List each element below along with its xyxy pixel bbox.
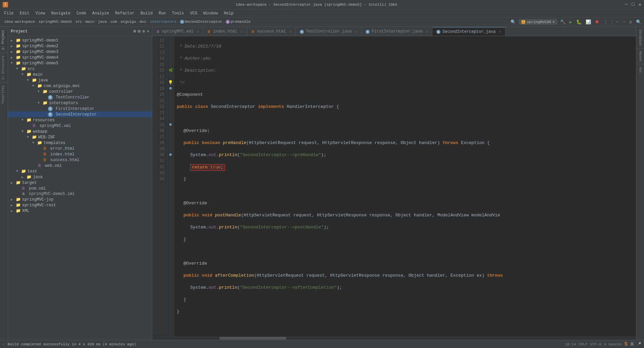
project-panel-label[interactable]: 1: Project xyxy=(0,27,8,53)
tree-item-testcontroller[interactable]: ▶ C TestController xyxy=(8,94,152,100)
menu-vcs[interactable]: VCS xyxy=(187,10,200,16)
tab-close-icon[interactable]: ✕ xyxy=(426,29,428,34)
status-indent[interactable]: 4 spaces xyxy=(604,342,622,346)
search-everywhere-icon[interactable]: 🔍 xyxy=(509,19,517,25)
debug-breakpoint-icon[interactable]: ⬟ xyxy=(169,122,172,128)
tree-item-springmvc-jsp[interactable]: ▶ 📁 springMVC-jsp xyxy=(8,197,152,202)
run-icon[interactable]: ▶ xyxy=(568,19,574,25)
bc-atguigu[interactable]: atguigu xyxy=(121,20,136,24)
back-icon[interactable]: ← xyxy=(615,19,620,25)
build-icon[interactable]: 🔨 xyxy=(559,19,567,25)
bc-main[interactable]: main xyxy=(86,20,94,24)
tree-item-demo2[interactable]: ▶ 📁 springMVC-demo2 xyxy=(8,43,152,49)
tab-testcontroller[interactable]: C TestController.java ✕ xyxy=(296,27,362,36)
bc-method[interactable]: m preHandle xyxy=(226,20,250,24)
menu-build[interactable]: Build xyxy=(138,10,155,16)
editor-hscrollbar-thumb[interactable] xyxy=(219,337,286,340)
menu-run[interactable]: Run xyxy=(156,10,169,16)
bc-java[interactable]: java xyxy=(98,20,107,24)
tree-item-webinf[interactable]: ▼ 📁 WEB-INF xyxy=(8,134,152,140)
tab-close-icon[interactable]: ✕ xyxy=(197,29,199,34)
debug-breakpoint-icon[interactable]: ⬟ xyxy=(169,86,172,92)
menu-file[interactable]: File xyxy=(1,10,16,16)
database-panel-label[interactable]: Database xyxy=(637,27,643,49)
bc-class[interactable]: C SecondInterceptor xyxy=(180,20,222,24)
bean-icon[interactable]: 🌿 xyxy=(169,68,173,74)
editor-content[interactable]: 11 12 13 14 15 16 17 18 19 20 21 22 23 2… xyxy=(152,36,636,337)
window-controls[interactable]: ─ □ ✕ xyxy=(625,2,641,7)
settings-icon[interactable]: ⚙ xyxy=(143,29,145,34)
bc-workspace[interactable]: idea-workspace xyxy=(4,20,35,24)
tree-item-demo3[interactable]: ▶ 📁 springMVC-demo3 xyxy=(8,49,152,55)
tree-item-target[interactable]: ▶ 📁 target xyxy=(8,180,152,186)
tree-item-demo4[interactable]: ▶ 📁 springMVC-demo4 xyxy=(8,55,152,60)
tree-item-xml[interactable]: ▶ 📁 XML xyxy=(8,208,152,214)
settings-icon[interactable]: ⚙ xyxy=(628,19,633,25)
menu-navigate[interactable]: Navigate xyxy=(48,10,73,16)
tree-item-springmvc-xml[interactable]: ▶ 🗎 springMVC.xml xyxy=(8,123,152,129)
tree-item-secondinterceptor[interactable]: ▶ C SecondInterceptor xyxy=(8,112,152,117)
code-view[interactable]: * Date:2021/7/10 * Author:ybc * Descript… xyxy=(174,36,636,337)
stop-icon[interactable]: ⏹ xyxy=(594,19,601,25)
tab-firstinterceptor[interactable]: C FirstInterceptor.java ✕ xyxy=(362,27,432,36)
tree-item-main[interactable]: ▼ 📁 main xyxy=(8,72,152,77)
minimize-button[interactable]: ─ xyxy=(625,2,628,7)
tree-item-springmvc-rest[interactable]: ▶ 📁 springMVC-rest xyxy=(8,202,152,208)
menu-window[interactable]: Window xyxy=(201,10,220,16)
debug-breakpoint-icon[interactable]: ⬟ xyxy=(169,152,172,158)
tree-item-templates[interactable]: ▼ 📁 templates xyxy=(8,140,152,146)
tree-item-java[interactable]: ▼ 📁 java xyxy=(8,77,152,83)
bc-com[interactable]: com xyxy=(110,20,117,24)
tree-item-demo1[interactable]: ▶ 📁 springMVC-demo1 xyxy=(8,38,152,43)
tab-success-html[interactable]: 🗎 success.html ✕ xyxy=(247,27,296,36)
tab-index-html[interactable]: 🗎 index.html ✕ xyxy=(203,27,247,36)
tree-item-controller[interactable]: ▼ 📁 controller xyxy=(8,89,152,94)
tree-item-demo5[interactable]: ▼ 📁 springMVC-demo5 xyxy=(8,60,152,66)
bc-interceptors[interactable]: interceptors xyxy=(150,20,176,24)
forward-icon[interactable]: → xyxy=(621,19,627,25)
tab-close-icon[interactable]: ✕ xyxy=(355,29,358,34)
tree-item-test-java[interactable]: ▶ 📁 java xyxy=(8,174,152,180)
status-encoding[interactable]: CRLF xyxy=(579,342,587,346)
tree-item-test[interactable]: ▼ 📁 test xyxy=(8,168,152,174)
tab-close-icon[interactable]: ✕ xyxy=(499,29,501,34)
tab-springmvc-xml[interactable]: 🗎 springMVC.xml ✕ xyxy=(152,27,203,36)
bc-src[interactable]: src xyxy=(75,20,82,24)
menu-refactor[interactable]: Refactor xyxy=(112,10,137,16)
menu-help[interactable]: Help xyxy=(221,10,236,16)
tree-item-webapp[interactable]: ▼ 📁 webapp xyxy=(8,129,152,134)
tree-item-resources[interactable]: ▼ 📁 resources xyxy=(8,117,152,123)
close-button[interactable]: ✕ xyxy=(639,2,641,7)
run-config-selector[interactable]: 🐱 springMVC05 ▾ xyxy=(519,19,557,25)
tree-item-error-html[interactable]: ▶ 🗎 error.html xyxy=(8,146,152,151)
maximize-button[interactable]: □ xyxy=(632,2,634,7)
tab-close-icon[interactable]: ✕ xyxy=(240,29,243,34)
maven-panel-label[interactable]: Maven xyxy=(637,49,643,64)
collapse-icon[interactable]: ⊟ xyxy=(138,29,140,34)
tree-item-firstinterceptor[interactable]: ▶ C FirstInterceptor xyxy=(8,106,152,112)
tree-item-iml[interactable]: ▶ 🗎 springMVC-demo5.iml xyxy=(8,191,152,197)
locate-icon[interactable]: ⊙ xyxy=(133,29,136,34)
bc-project[interactable]: springMVC-demo5 xyxy=(39,20,72,24)
menu-analyze[interactable]: Analyze xyxy=(90,10,112,16)
favorites-panel-label[interactable]: Favorites xyxy=(0,82,8,106)
status-linecol[interactable]: 18:14 xyxy=(565,342,576,346)
more-actions-icon[interactable]: ⋮ xyxy=(602,19,609,25)
ant-panel-label[interactable]: Ant xyxy=(637,64,643,76)
hide-icon[interactable]: ✕ xyxy=(147,29,149,34)
menu-view[interactable]: View xyxy=(33,10,48,16)
menu-code[interactable]: Code xyxy=(74,10,89,16)
tree-item-src[interactable]: ▼ 📁 src xyxy=(8,66,152,72)
tree-item-com-atguigu[interactable]: ▼ 📁 com.atguigu.mvc xyxy=(8,83,152,89)
run-with-coverage-icon[interactable]: 📊 xyxy=(584,19,592,25)
tree-item-pom[interactable]: ▶ 🗎 pom.xml xyxy=(8,186,152,191)
debug-icon[interactable]: 🐛 xyxy=(575,19,583,25)
menu-tools[interactable]: Tools xyxy=(169,10,187,16)
tree-item-web-xml[interactable]: ▶ 🗎 web.xml xyxy=(8,163,152,168)
bc-mvc[interactable]: mvc xyxy=(140,20,146,24)
tab-secondinterceptor[interactable]: C SecondInterceptor.java ✕ xyxy=(432,27,505,36)
status-charset[interactable]: UTF-8 xyxy=(590,342,601,346)
search-icon[interactable]: 🔍 xyxy=(635,19,643,25)
tree-item-interceptors[interactable]: ▼ 📁 interceptors xyxy=(8,100,152,106)
tree-item-success-html[interactable]: ▶ 🗎 success.html xyxy=(8,157,152,163)
